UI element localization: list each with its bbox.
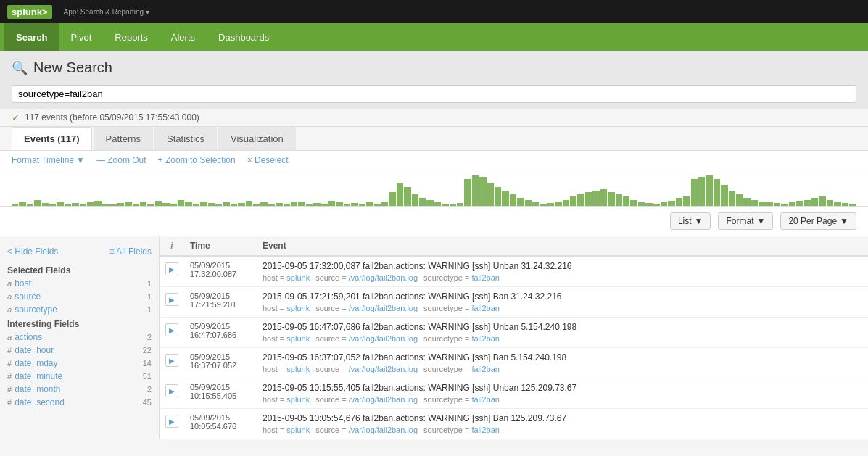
meta-sourcetype: sourcetype = fail2ban	[423, 334, 500, 343]
field-date-mday[interactable]: # date_mday 14	[0, 357, 159, 370]
zoom-out-button[interactable]: — Zoom Out	[96, 155, 146, 165]
meta-source: source = /var/log/fail2ban.log	[315, 334, 418, 343]
tab-statistics[interactable]: Statistics	[154, 127, 217, 150]
tab-patterns[interactable]: Patterns	[94, 127, 153, 150]
search-area	[0, 80, 868, 109]
expand-event-button[interactable]: ▶	[165, 262, 178, 275]
event-time: 05/09/201517:21:59.201	[190, 291, 251, 309]
event-time: 05/09/201516:37:07.052	[190, 352, 251, 370]
search-input[interactable]	[18, 88, 850, 99]
field-date-hour[interactable]: # date_hour 22	[0, 344, 159, 357]
navbar: Search Pivot Reports Alerts Dashboards	[0, 23, 868, 51]
nav-search[interactable]: Search	[4, 23, 59, 51]
row-expand-cell: ▶	[160, 378, 184, 409]
row-event-cell: 2015-09-05 17:21:59,201 fail2ban.actions…	[257, 287, 868, 318]
field-date-minute[interactable]: # date_minute 51	[0, 370, 159, 383]
nav-dashboards[interactable]: Dashboards	[207, 23, 281, 51]
table-controls: List ▼ Format ▼ 20 Per Page ▼	[0, 207, 868, 236]
table-header-row: i Time Event	[160, 236, 868, 256]
event-meta: host = splunk source = /var/log/fail2ban…	[263, 304, 862, 312]
field-type-icon: a	[7, 292, 12, 301]
row-time-cell: 05/09/201516:47:07.686	[184, 318, 257, 348]
hide-fields-button[interactable]: < Hide Fields	[7, 246, 58, 257]
events-table-container: i Time Event ▶ 05/09/201517:32:00.087 20…	[160, 236, 868, 439]
table-row: ▶ 05/09/201517:21:59.201 2015-09-05 17:2…	[160, 287, 868, 318]
table-row: ▶ 05/09/201510:15:55.405 2015-09-05 10:1…	[160, 378, 868, 409]
event-meta: host = splunk source = /var/log/fail2ban…	[263, 273, 862, 282]
tabs-bar: Events (117) Patterns Statistics Visuali…	[0, 127, 868, 151]
expand-event-button[interactable]: ▶	[165, 384, 178, 397]
search-input-container	[12, 85, 856, 103]
field-type-icon: #	[7, 385, 12, 394]
nav-reports[interactable]: Reports	[103, 23, 160, 51]
meta-source: source = /var/log/fail2ban.log	[315, 365, 418, 373]
zoom-to-selection-button[interactable]: + Zoom to Selection	[158, 155, 236, 165]
per-page-button[interactable]: 20 Per Page ▼	[780, 212, 856, 230]
field-sourcetype[interactable]: a sourcetype 1	[0, 303, 159, 316]
meta-source: source = /var/log/fail2ban.log	[315, 304, 418, 312]
meta-sourcetype: sourcetype = fail2ban	[423, 304, 500, 312]
expand-event-button[interactable]: ▶	[165, 415, 178, 428]
topbar: splunk> App: Search & Reporting ▾	[0, 0, 868, 23]
meta-host: host = splunk	[263, 334, 310, 343]
event-time: 05/09/201516:47:07.686	[190, 322, 251, 339]
field-type-icon: #	[7, 398, 12, 407]
nav-alerts[interactable]: Alerts	[160, 23, 207, 51]
field-date-month[interactable]: # date_month 2	[0, 383, 159, 396]
chevron-down-icon: ▼	[695, 216, 703, 226]
expand-event-button[interactable]: ▶	[165, 323, 178, 336]
event-text: 2015-09-05 10:15:55,405 fail2ban.actions…	[263, 383, 862, 393]
format-button[interactable]: Format ▼	[718, 212, 773, 230]
row-expand-cell: ▶	[160, 409, 184, 439]
field-actions[interactable]: a actions 2	[0, 331, 159, 344]
field-type-icon: #	[7, 346, 12, 355]
meta-source: source = /var/log/fail2ban.log	[315, 426, 418, 434]
event-meta: host = splunk source = /var/log/fail2ban…	[263, 395, 862, 404]
row-event-cell: 2015-09-05 17:32:00,087 fail2ban.actions…	[257, 256, 868, 287]
meta-sourcetype: sourcetype = fail2ban	[423, 426, 500, 434]
expand-event-button[interactable]: ▶	[165, 354, 178, 367]
row-expand-cell: ▶	[160, 287, 184, 318]
chevron-down-icon: ▼	[840, 216, 848, 226]
event-meta: host = splunk source = /var/log/fail2ban…	[263, 334, 862, 343]
events-table: i Time Event ▶ 05/09/201517:32:00.087 20…	[160, 236, 868, 439]
app-name-label[interactable]: App: Search & Reporting ▾	[64, 7, 150, 17]
main-content: < Hide Fields ≡ All Fields Selected Fiel…	[0, 236, 868, 439]
list-button[interactable]: List ▼	[670, 212, 711, 230]
row-event-cell: 2015-09-05 10:05:54,676 fail2ban.actions…	[257, 409, 868, 439]
meta-host: host = splunk	[263, 395, 310, 404]
tab-events[interactable]: Events (117)	[12, 127, 92, 150]
row-time-cell: 05/09/201517:32:00.087	[184, 256, 257, 287]
row-event-cell: 2015-09-05 16:37:07,052 fail2ban.actions…	[257, 348, 868, 378]
field-type-icon: a	[7, 333, 12, 341]
splunk-logo: splunk>	[7, 5, 57, 19]
deselect-button[interactable]: × Deselect	[247, 155, 289, 165]
field-date-second[interactable]: # date_second 45	[0, 396, 159, 409]
nav-pivot[interactable]: Pivot	[59, 23, 103, 51]
meta-source: source = /var/log/fail2ban.log	[315, 395, 418, 404]
meta-sourcetype: sourcetype = fail2ban	[423, 395, 500, 404]
event-meta: host = splunk source = /var/log/fail2ban…	[263, 426, 862, 434]
page-title: New Search	[33, 59, 112, 76]
left-sidebar: < Hide Fields ≡ All Fields Selected Fiel…	[0, 236, 160, 439]
format-timeline-button[interactable]: Format Timeline ▼	[12, 155, 85, 165]
all-fields-button[interactable]: ≡ All Fields	[109, 246, 152, 257]
col-header-i: i	[160, 236, 184, 256]
meta-source: source = /var/log/fail2ban.log	[315, 273, 418, 282]
tab-visualization[interactable]: Visualization	[218, 127, 296, 150]
events-tbody: ▶ 05/09/201517:32:00.087 2015-09-05 17:3…	[160, 256, 868, 439]
row-time-cell: 05/09/201516:37:07.052	[184, 348, 257, 378]
chevron-down-icon: ▼	[757, 216, 766, 226]
splunk-logo-text: splunk>	[7, 5, 52, 19]
field-source[interactable]: a source 1	[0, 290, 159, 303]
status-bar: ✓ 117 events (before 05/09/2015 17:55:43…	[0, 109, 868, 127]
row-time-cell: 05/09/201510:05:54.676	[184, 409, 257, 439]
field-type-icon: #	[7, 359, 12, 368]
chevron-down-icon: ▼	[76, 155, 85, 165]
meta-sourcetype: sourcetype = fail2ban	[423, 365, 500, 373]
row-expand-cell: ▶	[160, 256, 184, 287]
field-host[interactable]: a host 1	[0, 277, 159, 290]
table-row: ▶ 05/09/201516:47:07.686 2015-09-05 16:4…	[160, 318, 868, 348]
expand-event-button[interactable]: ▶	[165, 293, 178, 306]
col-header-time[interactable]: Time	[184, 236, 257, 256]
